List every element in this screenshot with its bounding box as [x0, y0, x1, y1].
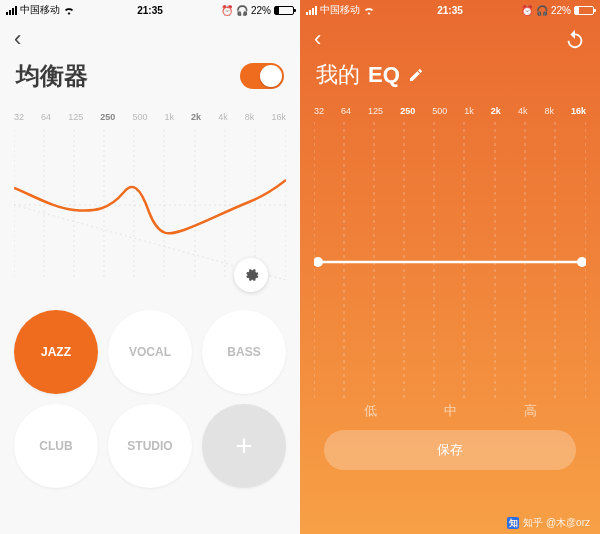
freq-label: 64 [41, 112, 51, 122]
alarm-icon: ⏰ [521, 5, 533, 16]
freq-label: 64 [341, 106, 351, 116]
headphones-icon: 🎧 [236, 5, 248, 16]
carrier-label: 中国移动 [20, 3, 60, 17]
equalizer-toggle[interactable] [240, 63, 284, 89]
band-tabs: 低中高 [300, 402, 600, 420]
clock: 21:35 [137, 5, 163, 16]
preset-bass[interactable]: BASS [202, 310, 286, 394]
band-tab[interactable]: 中 [444, 402, 457, 420]
freq-label: 125 [368, 106, 383, 116]
frequency-labels: 32641252505001k2k4k8k16k [300, 100, 600, 118]
freq-label: 125 [68, 112, 83, 122]
freq-label: 4k [518, 106, 528, 116]
page-title: 我的 EQ [300, 56, 600, 100]
edit-icon[interactable] [408, 67, 424, 83]
svg-point-23 [314, 257, 323, 267]
band-tab[interactable]: 高 [524, 402, 537, 420]
freq-label: 250 [100, 112, 115, 122]
battery-icon [274, 6, 294, 15]
freq-label: 2k [191, 112, 201, 122]
save-button[interactable]: 保存 [324, 430, 576, 470]
svg-point-24 [577, 257, 586, 267]
freq-label: 500 [432, 106, 447, 116]
freq-label: 16k [271, 112, 286, 122]
battery-icon [574, 6, 594, 15]
freq-label: 32 [14, 112, 24, 122]
freq-label: 1k [464, 106, 474, 116]
page-title: 均衡器 [16, 60, 88, 92]
eq-curve-chart[interactable] [14, 130, 286, 280]
carrier-label: 中国移动 [320, 3, 360, 17]
back-button[interactable]: ‹ [14, 26, 21, 52]
clock: 21:35 [437, 5, 463, 16]
add-preset-button[interactable]: + [202, 404, 286, 488]
freq-label: 32 [314, 106, 324, 116]
reset-button[interactable] [564, 28, 586, 50]
preset-vocal[interactable]: VOCAL [108, 310, 192, 394]
wifi-icon [63, 6, 75, 15]
alarm-icon: ⏰ [221, 5, 233, 16]
preset-club[interactable]: CLUB [14, 404, 98, 488]
signal-icon [6, 6, 17, 15]
battery-pct: 22% [251, 5, 271, 16]
eq-slider-area[interactable] [314, 122, 586, 402]
preset-studio[interactable]: STUDIO [108, 404, 192, 488]
preset-grid: JAZZVOCALBASSCLUBSTUDIO+ [0, 280, 300, 498]
freq-label: 16k [571, 106, 586, 116]
equalizer-screen: 中国移动 21:35 ⏰ 🎧 22% ‹ 均衡器 32641252505001k… [0, 0, 300, 534]
signal-icon [306, 6, 317, 15]
freq-label: 8k [245, 112, 255, 122]
settings-button[interactable] [234, 258, 268, 292]
frequency-labels: 32641252505001k2k4k8k16k [0, 106, 300, 124]
band-tab[interactable]: 低 [364, 402, 377, 420]
freq-label: 1k [165, 112, 175, 122]
wifi-icon [363, 6, 375, 15]
headphones-icon: 🎧 [536, 5, 548, 16]
status-bar: 中国移动 21:35 ⏰ 🎧 22% [300, 0, 600, 18]
gear-icon [243, 267, 259, 283]
watermark: 知 知乎 @木彦orz [507, 516, 590, 530]
status-bar: 中国移动 21:35 ⏰ 🎧 22% [0, 0, 300, 18]
zhihu-icon: 知 [507, 517, 519, 529]
freq-label: 2k [491, 106, 501, 116]
back-button[interactable]: ‹ [314, 26, 321, 52]
battery-pct: 22% [551, 5, 571, 16]
freq-label: 250 [400, 106, 415, 116]
freq-label: 500 [132, 112, 147, 122]
custom-eq-screen: 中国移动 21:35 ⏰ 🎧 22% ‹ 我的 EQ 3264125250500… [300, 0, 600, 534]
preset-jazz[interactable]: JAZZ [14, 310, 98, 394]
freq-label: 4k [218, 112, 228, 122]
freq-label: 8k [544, 106, 554, 116]
